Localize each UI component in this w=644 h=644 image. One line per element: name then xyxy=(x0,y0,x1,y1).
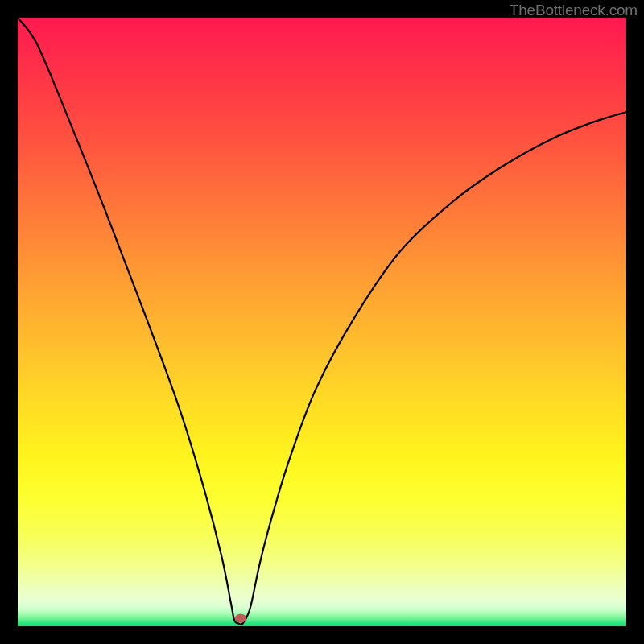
plot-area xyxy=(18,18,626,626)
chart-frame: TheBottleneck.com xyxy=(0,0,644,644)
minimum-marker xyxy=(235,614,246,623)
watermark-text: TheBottleneck.com xyxy=(510,2,638,19)
bottleneck-curve xyxy=(18,18,626,626)
